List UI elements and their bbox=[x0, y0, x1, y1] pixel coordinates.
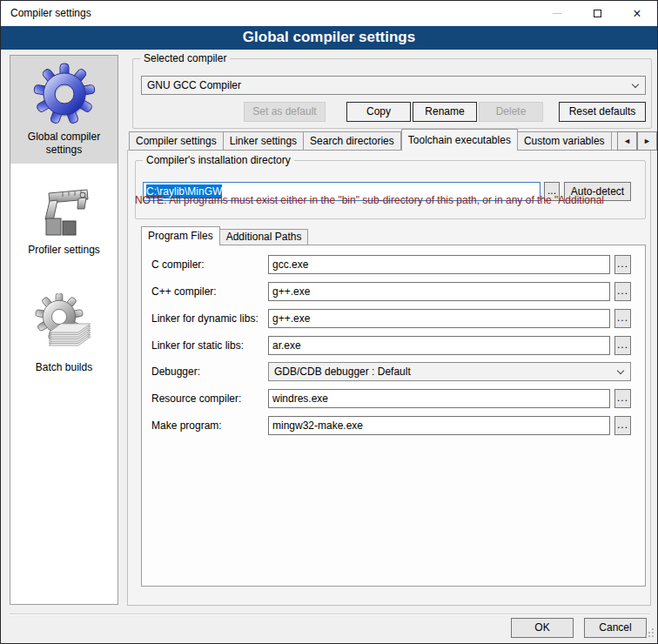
blue-gear-icon bbox=[33, 63, 96, 128]
compiler-settings-tabstrip: Compiler settings Linker settings Search… bbox=[129, 129, 629, 151]
set-as-default-button[interactable]: Set as default bbox=[244, 102, 326, 122]
program-files-tabstrip: Program Files Additional Paths bbox=[141, 226, 308, 245]
selected-compiler-value: GNU GCC Compiler bbox=[147, 79, 241, 91]
ok-button[interactable]: OK bbox=[511, 618, 574, 638]
installation-directory-group: Compiler's installation directory C:\ray… bbox=[135, 160, 646, 219]
page-title: Global compiler settings bbox=[1, 26, 657, 50]
sidebar-item-label: Global compiler settings bbox=[12, 131, 116, 157]
linker-dynamic-input[interactable] bbox=[268, 309, 610, 328]
delete-button[interactable]: Delete bbox=[479, 102, 543, 122]
bin-subdirectory-note: NOTE: All programs must exist either in … bbox=[135, 194, 636, 206]
tab-scroll-left-button[interactable]: ◄ bbox=[617, 131, 637, 151]
arrow-left-icon: ◄ bbox=[623, 137, 631, 145]
c-compiler-input[interactable] bbox=[268, 255, 610, 274]
chevron-down-icon bbox=[617, 367, 624, 374]
window-title: Compiler settings bbox=[10, 7, 91, 19]
chevron-down-icon bbox=[632, 81, 639, 88]
make-program-browse-button[interactable]: ... bbox=[614, 416, 631, 435]
tab-compiler-settings[interactable]: Compiler settings bbox=[129, 131, 224, 151]
cpp-compiler-browse-button[interactable]: ... bbox=[614, 282, 631, 301]
minimize-icon bbox=[553, 13, 561, 14]
resize-grip[interactable] bbox=[645, 628, 655, 641]
resource-compiler-browse-button[interactable]: ... bbox=[614, 389, 631, 408]
linker-static-input[interactable] bbox=[268, 336, 610, 355]
maximize-button[interactable] bbox=[577, 1, 617, 26]
sidebar-item-global-compiler-settings[interactable]: Global compiler settings bbox=[10, 56, 118, 164]
linker-dynamic-browse-button[interactable]: ... bbox=[614, 309, 631, 328]
make-program-input[interactable] bbox=[268, 416, 610, 435]
linker-static-browse-button[interactable]: ... bbox=[614, 336, 631, 355]
close-button[interactable]: × bbox=[617, 1, 657, 26]
linker-dynamic-label: Linker for dynamic libs: bbox=[151, 309, 258, 328]
make-program-label: Make program: bbox=[151, 416, 222, 435]
tab-program-files[interactable]: Program Files bbox=[141, 226, 220, 245]
resource-compiler-input[interactable] bbox=[268, 389, 610, 408]
tab-additional-paths[interactable]: Additional Paths bbox=[220, 229, 309, 245]
linker-static-label: Linker for static libs: bbox=[151, 336, 244, 355]
c-compiler-label: C compiler: bbox=[151, 255, 205, 274]
tab-custom-variables[interactable]: Custom variables bbox=[518, 131, 612, 151]
tab-linker-settings[interactable]: Linker settings bbox=[224, 131, 304, 151]
settings-category-list: Global compiler settings Pro bbox=[10, 55, 118, 605]
sidebar-item-label: Profiler settings bbox=[12, 244, 116, 257]
title-bar[interactable]: Compiler settings × bbox=[1, 1, 657, 26]
group-label: Selected compiler bbox=[140, 52, 230, 64]
sidebar-item-profiler-settings[interactable]: Profiler settings bbox=[10, 176, 118, 264]
debugger-dropdown[interactable]: GDB/CDB debugger : Default bbox=[268, 362, 631, 381]
copy-button[interactable]: Copy bbox=[346, 102, 411, 122]
gray-gear-stack-icon bbox=[33, 293, 96, 359]
compiler-settings-window: Compiler settings × Global compiler sett… bbox=[0, 0, 658, 644]
tab-search-directories[interactable]: Search directories bbox=[304, 131, 401, 151]
c-compiler-browse-button[interactable]: ... bbox=[614, 255, 631, 274]
toolchain-executables-page: Compiler's installation directory C:\ray… bbox=[127, 150, 651, 606]
arrow-right-icon: ► bbox=[643, 137, 651, 145]
reset-defaults-button[interactable]: Reset defaults bbox=[559, 102, 646, 122]
maximize-icon bbox=[594, 10, 601, 17]
caliper-icon bbox=[37, 183, 92, 241]
sidebar-item-label: Batch builds bbox=[12, 361, 116, 374]
tab-scroll-right-button[interactable]: ► bbox=[637, 131, 657, 151]
selected-compiler-dropdown[interactable]: GNU GCC Compiler bbox=[141, 76, 646, 95]
cancel-button[interactable]: Cancel bbox=[584, 618, 647, 638]
close-icon: × bbox=[633, 7, 641, 21]
footer-divider bbox=[10, 614, 650, 615]
selected-compiler-group: Selected compiler GNU GCC Compiler Set a… bbox=[132, 58, 652, 129]
rename-button[interactable]: Rename bbox=[413, 102, 477, 122]
sidebar-item-batch-builds[interactable]: Batch builds bbox=[10, 286, 118, 381]
group-label: Compiler's installation directory bbox=[143, 154, 294, 166]
tab-toolchain-executables[interactable]: Toolchain executables bbox=[401, 129, 518, 151]
cpp-compiler-label: C++ compiler: bbox=[151, 282, 217, 301]
debugger-label: Debugger: bbox=[151, 362, 200, 381]
resource-compiler-label: Resource compiler: bbox=[151, 389, 241, 408]
debugger-value: GDB/CDB debugger : Default bbox=[274, 366, 411, 378]
cpp-compiler-input[interactable] bbox=[268, 282, 610, 301]
program-files-page: C compiler: ... C++ compiler: ... Linker… bbox=[141, 245, 646, 587]
minimize-button[interactable] bbox=[537, 1, 577, 26]
